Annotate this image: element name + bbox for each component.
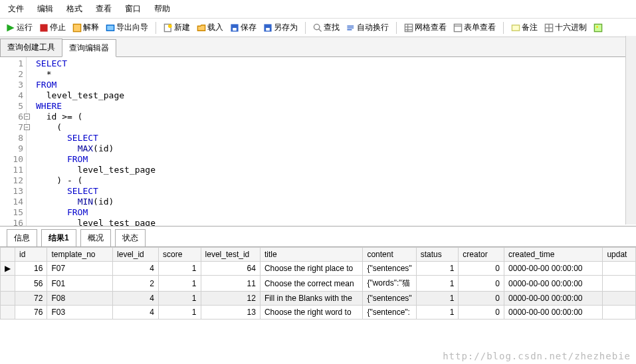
vertical-scrollbar[interactable] [625, 36, 636, 225]
tab-status[interactable]: 状态 [115, 229, 146, 246]
cell[interactable]: 1 [416, 306, 459, 319]
svg-rect-1 [40, 24, 47, 31]
cell[interactable]: {"sentences" [363, 262, 416, 276]
hex-button[interactable]: 十六进制 [542, 21, 589, 35]
notes-button[interactable]: 备注 [509, 21, 540, 35]
cell[interactable]: 2 [113, 276, 159, 292]
col-level_id[interactable]: level_id [113, 248, 159, 262]
cell[interactable]: 1 [416, 276, 459, 292]
cell[interactable]: 0 [459, 262, 504, 276]
cell[interactable]: 16 [15, 262, 47, 276]
menu-file[interactable]: 文件 [8, 3, 24, 15]
formview-button[interactable]: 表单查看 [451, 21, 498, 35]
svg-rect-22 [594, 24, 601, 31]
cell[interactable] [603, 276, 636, 292]
col-score[interactable]: score [159, 248, 201, 262]
cell[interactable]: 0000-00-00 00:00:00 [504, 276, 603, 292]
cell[interactable]: 12 [201, 292, 260, 306]
cell[interactable] [603, 306, 636, 319]
cell[interactable]: F03 [47, 306, 113, 319]
tab-info[interactable]: 信息 [7, 229, 37, 246]
cell[interactable]: 0000-00-00 00:00:00 [504, 262, 603, 276]
row-selector[interactable] [1, 292, 15, 306]
menu-edit[interactable]: 编辑 [37, 3, 53, 15]
separator [305, 22, 306, 34]
cell[interactable]: 11 [201, 276, 260, 292]
sql-editor[interactable]: 123456−7−8910111213141516 SELECT *FROM l… [0, 57, 636, 227]
cell[interactable]: 0 [459, 276, 504, 292]
cell[interactable]: 72 [15, 292, 47, 306]
image-button[interactable] [591, 22, 605, 34]
tab-profile[interactable]: 概况 [80, 229, 111, 246]
cell[interactable]: 1 [159, 276, 201, 292]
menu-view[interactable]: 查看 [96, 3, 112, 15]
menu-window[interactable]: 窗口 [125, 3, 141, 15]
run-button[interactable]: 运行 [4, 21, 35, 35]
cell[interactable]: F01 [47, 276, 113, 292]
cell[interactable]: 0 [459, 292, 504, 306]
tab-query-builder[interactable]: 查询创建工具 [0, 39, 62, 56]
cell[interactable] [603, 262, 636, 276]
cell[interactable]: 0000-00-00 00:00:00 [504, 306, 603, 319]
wrap-button[interactable]: 自动换行 [344, 21, 391, 35]
row-selector[interactable] [1, 276, 15, 292]
explain-button[interactable]: 解释 [70, 21, 101, 35]
load-button[interactable]: 载入 [195, 21, 225, 35]
col-updat[interactable]: updat [603, 248, 636, 262]
menu-format[interactable]: 格式 [66, 3, 82, 15]
cell[interactable]: 1 [416, 262, 459, 276]
cell[interactable]: 56 [15, 276, 47, 292]
separator [396, 22, 397, 34]
cell[interactable] [603, 292, 636, 306]
tab-query-editor[interactable]: 查询编辑器 [62, 39, 116, 57]
tab-result1[interactable]: 结果1 [41, 229, 76, 246]
find-button[interactable]: 查找 [311, 21, 342, 35]
cell[interactable]: 4 [113, 292, 159, 306]
saveas-button[interactable]: 另存为 [261, 21, 300, 35]
col-created_time[interactable]: created_time [504, 248, 603, 262]
gridview-button[interactable]: 网格查看 [402, 21, 449, 35]
export-wizard-button[interactable]: 导出向导 [104, 21, 150, 35]
cell[interactable]: {"sentences" [363, 292, 416, 306]
cell[interactable]: F07 [47, 262, 113, 276]
cell[interactable]: 4 [113, 306, 159, 319]
cell[interactable]: 1 [159, 262, 201, 276]
cell[interactable]: F08 [47, 292, 113, 306]
cell[interactable]: {"sentence": [363, 306, 416, 319]
save-button[interactable]: 保存 [228, 21, 259, 35]
new-button[interactable]: 新建 [161, 21, 192, 35]
row-selector[interactable]: ▶ [1, 262, 15, 276]
cell[interactable]: 76 [15, 306, 47, 319]
code-area[interactable]: SELECT *FROM level_test_pageWHERE id >= … [27, 57, 636, 226]
cell[interactable]: 64 [201, 262, 260, 276]
cell[interactable]: {"words":"猫 [363, 276, 416, 292]
col-content[interactable]: content [363, 248, 416, 262]
fold-toggle[interactable]: − [24, 124, 30, 130]
col-title[interactable]: title [260, 248, 363, 262]
svg-line-11 [318, 29, 321, 31]
col-template_no[interactable]: template_no [47, 248, 113, 262]
svg-point-5 [168, 24, 172, 28]
cell[interactable]: 1 [159, 292, 201, 306]
stop-button[interactable]: 停止 [37, 21, 68, 35]
result-grid[interactable]: idtemplate_nolevel_idscorelevel_test_idt… [0, 247, 636, 319]
col-id[interactable]: id [15, 248, 47, 262]
cell[interactable]: Choose the correct mean [260, 276, 363, 292]
fold-toggle[interactable]: − [24, 114, 30, 120]
svg-rect-3 [106, 25, 114, 30]
cell[interactable]: Choose the right word to [260, 306, 363, 319]
cell[interactable]: 4 [113, 262, 159, 276]
menu-help[interactable]: 帮助 [154, 3, 170, 15]
row-selector[interactable] [1, 306, 15, 319]
col-status[interactable]: status [416, 248, 459, 262]
cell[interactable]: 1 [416, 292, 459, 306]
col-level_test_id[interactable]: level_test_id [201, 248, 260, 262]
svg-rect-2 [73, 24, 80, 31]
cell[interactable]: 1 [159, 306, 201, 319]
cell[interactable]: Choose the right place to [260, 262, 363, 276]
cell[interactable]: 0000-00-00 00:00:00 [504, 292, 603, 306]
cell[interactable]: Fill in the Blanks with the [260, 292, 363, 306]
col-creator[interactable]: creator [459, 248, 504, 262]
cell[interactable]: 13 [201, 306, 260, 319]
cell[interactable]: 0 [459, 306, 504, 319]
